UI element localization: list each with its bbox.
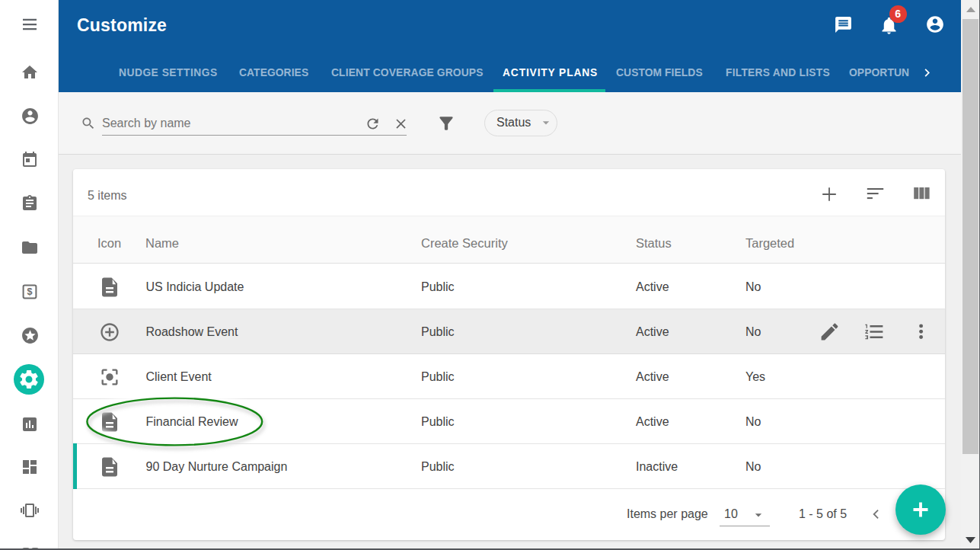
svg-text:$: $	[27, 286, 33, 297]
